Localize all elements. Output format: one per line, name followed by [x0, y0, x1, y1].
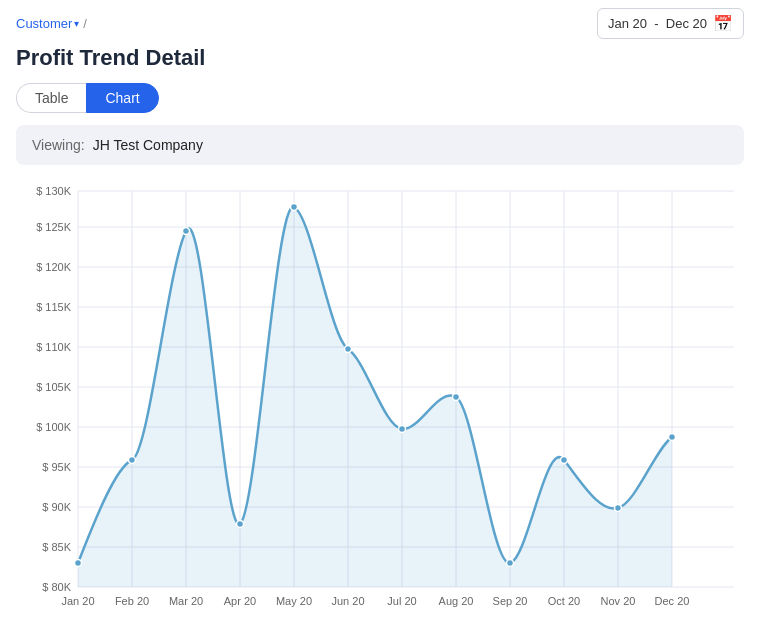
svg-text:$ 85K: $ 85K: [42, 541, 71, 553]
svg-text:Sep 20: Sep 20: [493, 595, 528, 607]
customer-nav-link[interactable]: Customer ▾: [16, 16, 79, 31]
svg-text:$ 105K: $ 105K: [36, 381, 72, 393]
tab-table[interactable]: Table: [16, 83, 86, 113]
svg-text:$ 115K: $ 115K: [36, 301, 72, 313]
svg-text:Mar 20: Mar 20: [169, 595, 203, 607]
svg-point-39: [345, 346, 352, 353]
tab-chart[interactable]: Chart: [86, 83, 158, 113]
viewing-label: Viewing:: [32, 137, 85, 153]
svg-text:Nov 20: Nov 20: [601, 595, 636, 607]
svg-point-41: [453, 394, 460, 401]
date-range-text: Jan 20 - Dec 20: [608, 16, 707, 31]
customer-nav-label: Customer: [16, 16, 72, 31]
svg-point-35: [129, 457, 136, 464]
svg-text:$ 90K: $ 90K: [42, 501, 71, 513]
x-axis: Jan 20 Feb 20 Mar 20 Apr 20 May 20 Jun 2…: [61, 595, 689, 607]
svg-point-38: [291, 204, 298, 211]
breadcrumb: Customer ▾ /: [16, 16, 87, 31]
svg-point-34: [75, 560, 82, 567]
svg-text:May 20: May 20: [276, 595, 312, 607]
chart-container: $ 130K $ 125K $ 120K $ 115K $ 110K $ 105…: [16, 177, 744, 607]
svg-text:Oct 20: Oct 20: [548, 595, 580, 607]
svg-point-37: [237, 521, 244, 528]
svg-text:$ 110K: $ 110K: [36, 341, 72, 353]
date-range-button[interactable]: Jan 20 - Dec 20 📅: [597, 8, 744, 39]
svg-text:$ 80K: $ 80K: [42, 581, 71, 593]
svg-point-43: [561, 457, 568, 464]
chart-fill: [78, 207, 672, 587]
svg-text:Aug 20: Aug 20: [439, 595, 474, 607]
svg-text:Dec 20: Dec 20: [655, 595, 690, 607]
chevron-down-icon: ▾: [74, 18, 79, 29]
viewing-bar: Viewing: JH Test Company: [16, 125, 744, 165]
breadcrumb-separator: /: [83, 16, 87, 31]
svg-text:Jun 20: Jun 20: [331, 595, 364, 607]
company-name: JH Test Company: [93, 137, 203, 153]
svg-point-36: [183, 228, 190, 235]
svg-point-42: [507, 560, 514, 567]
svg-point-45: [669, 434, 676, 441]
svg-point-44: [615, 505, 622, 512]
svg-text:Jul 20: Jul 20: [387, 595, 416, 607]
profit-trend-chart: $ 130K $ 125K $ 120K $ 115K $ 110K $ 105…: [16, 177, 744, 607]
page-title: Profit Trend Detail: [0, 43, 760, 83]
svg-text:Apr 20: Apr 20: [224, 595, 256, 607]
svg-text:Jan 20: Jan 20: [61, 595, 94, 607]
calendar-icon: 📅: [713, 14, 733, 33]
svg-text:$ 125K: $ 125K: [36, 221, 72, 233]
svg-text:Feb 20: Feb 20: [115, 595, 149, 607]
svg-text:$ 95K: $ 95K: [42, 461, 71, 473]
svg-text:$ 120K: $ 120K: [36, 261, 72, 273]
tab-group: Table Chart: [0, 83, 760, 125]
svg-point-40: [399, 426, 406, 433]
svg-text:$ 130K: $ 130K: [36, 185, 72, 197]
svg-text:$ 100K: $ 100K: [36, 421, 72, 433]
